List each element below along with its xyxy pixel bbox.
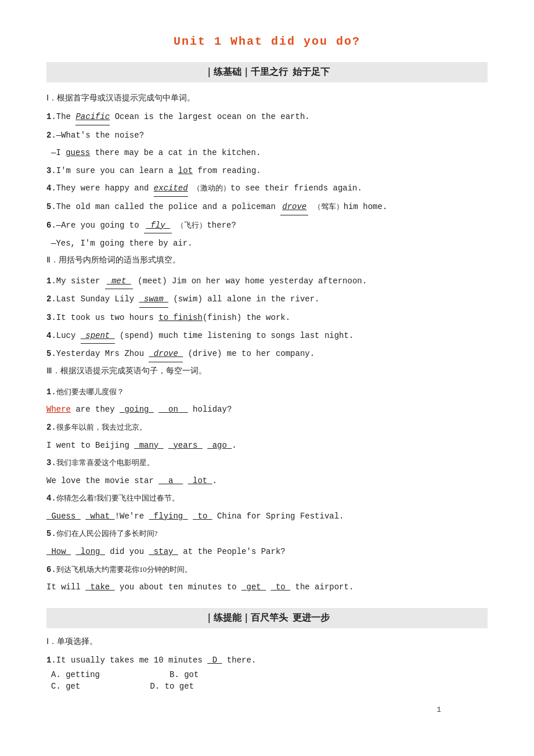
answer-pacific: Pacific (75, 109, 110, 125)
exercise-3-1-cn: 1.他们要去哪儿度假？ (46, 384, 488, 400)
answer-met: met (105, 273, 133, 290)
exercise-2-3: 3.It took us two hours to finish(finish)… (46, 310, 488, 326)
choice-A: A. getting (51, 670, 100, 679)
instruction-3: Ⅲ．根据汉语提示完成英语句子，每空一词。 (46, 366, 488, 376)
exercise-1-5: 5.The old man called the police and a po… (46, 199, 488, 215)
exercise-1-6b: —Yes, I'm going there by air. (51, 236, 488, 251)
exercise-1-4: 4.They were happy and excited （激动的）to se… (46, 181, 488, 197)
instruction-2: Ⅱ．用括号内所给词的适当形式填空。 (46, 255, 488, 265)
exercise-3-4-cn: 4.你猜怎么着!我们要飞往中国过春节。 (46, 491, 488, 506)
exercise-2-2: 2.Last Sunday Lily swam (swim) all alone… (46, 291, 488, 308)
page-title: Unit 1 What did you do? (46, 35, 488, 48)
s2-choices-1b: C. get D. to get (51, 682, 488, 691)
choice-B: B. got (169, 670, 199, 679)
section2-header-text: ｜练提能｜百尺竿头 更进一步 (204, 613, 330, 622)
page-number: 1 (436, 705, 441, 714)
exercise-3-2-cn: 2.很多年以前，我去过北京。 (46, 420, 488, 435)
exercise-3-5-en: How long did you stay at the People's Pa… (46, 544, 488, 560)
instruction-1: Ⅰ．根据首字母或汉语提示完成句中单词。 (46, 93, 488, 103)
answer-swam: swam (139, 291, 168, 308)
exercise-3-3-cn: 3.我们非常喜爱这个电影明星。 (46, 455, 488, 471)
exercise-1-1: 1.The Pacific Ocean is the largest ocean… (46, 109, 488, 125)
section1-header-text: ｜练基础｜千里之行 始于足下 (204, 67, 330, 77)
choice-D: D. to get (150, 682, 194, 691)
exercise-1-2: 2.—What's the noise? (46, 128, 488, 143)
answer-drove1: drove (280, 199, 308, 215)
answer-fly: fly (144, 218, 172, 234)
answer-drove2: drove (149, 346, 183, 362)
answer-excited: excited (154, 181, 188, 197)
exercise-3-1-en: Where are they going on holiday? (46, 402, 488, 417)
instruction-s2-1: Ⅰ．单项选择。 (46, 636, 488, 647)
s2-exercise-1: 1.It usually takes me 10 minutes D there… (46, 653, 488, 668)
exercise-3-6-en: It will take you about ten minutes to ge… (46, 579, 488, 595)
exercise-3-2-en: I went to Beijing many years ago . (46, 438, 488, 453)
exercise-3-5-cn: 5.你们在人民公园待了多长时间? (46, 526, 488, 542)
choice-C: C. get (51, 682, 80, 691)
exercise-1-6a: 6.—Are you going to fly （飞行）there? (46, 218, 488, 234)
exercise-2-4: 4.Lucy spent (spend) much time listening… (46, 328, 488, 344)
answer-where: Where (46, 405, 71, 414)
exercise-2-5: 5.Yesterday Mrs Zhou drove (drive) me to… (46, 346, 488, 362)
exercise-3-6-cn: 6.到达飞机场大约需要花你10分钟的时间。 (46, 562, 488, 578)
s2-choices-1: A. getting B. got (51, 670, 488, 679)
exercise-3-4-en: Guess what !We're flying to China for Sp… (46, 509, 488, 524)
exercise-1-2b: —I guess there may be a cat in the kitch… (51, 145, 488, 161)
exercise-3-3-en: We love the movie star a lot . (46, 473, 488, 489)
exercise-1-3: 3.I'm sure you can learn a lot from read… (46, 163, 488, 179)
answer-spent: spent (81, 328, 115, 344)
exercise-2-1: 1.My sister met (meet) Jim on her way ho… (46, 273, 488, 290)
section1-header: ｜练基础｜千里之行 始于足下 (46, 62, 488, 82)
section2-header: ｜练提能｜百尺竿头 更进一步 (46, 608, 488, 628)
